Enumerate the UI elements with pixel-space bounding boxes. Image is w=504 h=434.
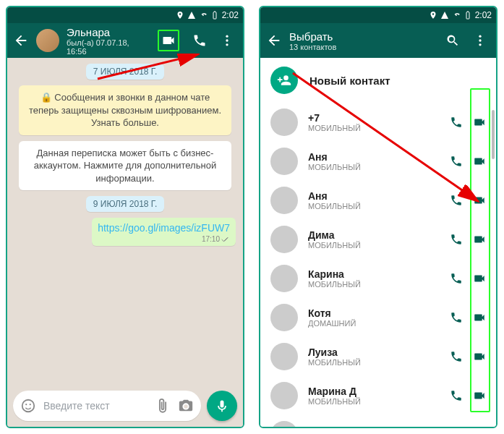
contact-row[interactable]: Карина МОБИЛЬНЫЙ	[260, 259, 496, 298]
contact-avatar	[270, 421, 298, 427]
contact-name: +7	[308, 112, 440, 124]
voice-call-icon[interactable]	[450, 194, 463, 207]
contact-row[interactable]: Марина Д МОБИЛЬНЫЙ	[260, 376, 496, 415]
mic-button[interactable]	[207, 391, 237, 421]
composer-placeholder: Введите текст	[43, 400, 148, 412]
video-call-highlight	[158, 30, 179, 51]
contact-title-block[interactable]: Эльнара был(-а) 07.07.18, 16:56	[67, 26, 150, 56]
svg-point-1	[226, 39, 228, 41]
contact-sub: МОБИЛЬНЫЙ	[308, 280, 440, 289]
contact-row[interactable]: +7 МОБИЛЬНЫЙ	[260, 103, 496, 142]
battery-icon	[464, 11, 472, 20]
voice-call-icon[interactable]	[450, 155, 463, 168]
outgoing-message[interactable]: https://goo.gl/images/izFUW7 17:10	[92, 218, 236, 246]
menu-icon[interactable]	[473, 33, 487, 48]
contact-row[interactable]: Дима МОБИЛЬНЫЙ	[260, 220, 496, 259]
scrollbar-thumb[interactable]	[492, 110, 495, 159]
chat-body[interactable]: 7 ИЮЛЯ 2018 Г. 🔒 Сообщения и звонки в да…	[7, 58, 243, 386]
contact-sub: МОБИЛЬНЫЙ	[308, 397, 440, 406]
video-call-icon[interactable]	[473, 233, 486, 246]
back-icon[interactable]	[13, 33, 29, 48]
contact-name: Аня	[308, 151, 440, 163]
new-contact-label: Новый контакт	[309, 75, 390, 87]
svg-point-8	[479, 35, 481, 38]
wifi-icon	[199, 11, 208, 20]
svg-point-0	[226, 35, 228, 38]
composer-input[interactable]: Введите текст	[13, 391, 201, 421]
contact-status: был(-а) 07.07.18, 16:56	[67, 38, 150, 56]
video-call-icon[interactable]	[161, 33, 176, 48]
signal-icon	[187, 11, 196, 20]
svg-point-5	[30, 404, 31, 405]
voice-call-icon[interactable]	[450, 116, 463, 129]
new-contact-row[interactable]: Новый контакт	[260, 58, 496, 103]
svg-point-4	[25, 404, 27, 405]
message-time: 17:10	[202, 235, 220, 243]
contact-avatar	[270, 187, 298, 214]
clock-2: 2:02	[475, 10, 492, 20]
search-icon[interactable]	[445, 33, 460, 48]
location-icon	[429, 11, 437, 20]
voice-call-icon[interactable]	[450, 350, 463, 363]
contact-name: Мира	[308, 425, 440, 427]
contact-sub: МОБИЛЬНЫЙ	[308, 124, 440, 132]
voice-call-icon[interactable]	[450, 311, 463, 324]
back-icon[interactable]	[266, 33, 282, 48]
contacts-subtitle: 13 контактов	[289, 43, 438, 51]
chat-appbar: Эльнара был(-а) 07.07.18, 16:56	[7, 23, 243, 58]
contact-name: Марина Д	[308, 386, 440, 397]
voice-call-icon[interactable]	[450, 272, 463, 285]
svg-point-3	[22, 400, 35, 412]
svg-point-2	[226, 43, 228, 46]
video-call-icon[interactable]	[473, 350, 486, 363]
video-call-icon[interactable]	[473, 272, 486, 285]
contact-avatar	[270, 382, 298, 409]
voice-call-icon[interactable]	[450, 389, 463, 402]
clock: 2:02	[222, 10, 239, 20]
contact-row[interactable]: Луиза МОБИЛЬНЫЙ	[260, 337, 496, 376]
camera-icon[interactable]	[178, 398, 194, 414]
message-link[interactable]: https://goo.gl/images/izFUW7	[98, 222, 230, 234]
contacts-appbar: Выбрать 13 контактов	[260, 23, 496, 58]
contact-name: Карина	[308, 268, 440, 280]
contact-avatar	[270, 265, 298, 292]
contact-avatar	[270, 304, 298, 331]
contact-avatar	[270, 148, 298, 175]
contact-avatar[interactable]	[36, 29, 59, 52]
contacts-title: Выбрать	[289, 30, 438, 43]
contacts-list[interactable]: Новый контакт +7 МОБИЛЬНЫЙ Аня МОБИЛЬНЫЙ…	[260, 58, 496, 427]
msg-delivered-icon	[221, 236, 230, 243]
composer: Введите текст	[7, 386, 243, 427]
contact-name: Луиза	[308, 346, 440, 358]
battery-icon	[210, 11, 219, 20]
date-badge-2: 9 ИЮЛЯ 2018 Г.	[86, 196, 165, 212]
contact-avatar	[270, 343, 298, 370]
voice-call-icon[interactable]	[450, 233, 463, 246]
status-bar: 2:02	[7, 7, 243, 23]
date-badge-1: 7 ИЮЛЯ 2018 Г.	[86, 64, 165, 80]
contact-row[interactable]: Котя ДОМАШНИЙ	[260, 298, 496, 337]
contact-row[interactable]: Аня МОБИЛЬНЫЙ	[260, 142, 496, 181]
contact-name: Дима	[308, 229, 440, 241]
contact-avatar	[270, 226, 298, 253]
encryption-notice[interactable]: 🔒 Сообщения и звонки в данном чате тепер…	[19, 85, 231, 135]
status-bar-2: 2:02	[260, 7, 496, 23]
video-call-icon[interactable]	[473, 155, 486, 168]
contact-row[interactable]: Аня МОБИЛЬНЫЙ	[260, 181, 496, 220]
video-call-icon[interactable]	[473, 311, 486, 324]
mic-icon	[215, 399, 229, 413]
video-call-icon[interactable]	[473, 194, 486, 207]
voice-call-icon[interactable]	[192, 33, 207, 48]
new-contact-circle	[270, 67, 298, 94]
menu-icon[interactable]	[220, 33, 234, 48]
contact-sub: МОБИЛЬНЫЙ	[308, 358, 440, 367]
contact-name: Аня	[308, 190, 440, 202]
business-notice[interactable]: Данная переписка может быть с бизнес-акк…	[19, 141, 231, 191]
video-call-icon[interactable]	[473, 116, 486, 129]
attach-icon[interactable]	[155, 398, 171, 414]
signal-icon	[440, 11, 449, 20]
emoji-icon[interactable]	[20, 398, 36, 414]
video-call-icon[interactable]	[473, 389, 486, 402]
contact-row[interactable]: Мира МОБИЛЬНЫЙ	[260, 415, 496, 427]
add-person-icon	[277, 73, 291, 88]
